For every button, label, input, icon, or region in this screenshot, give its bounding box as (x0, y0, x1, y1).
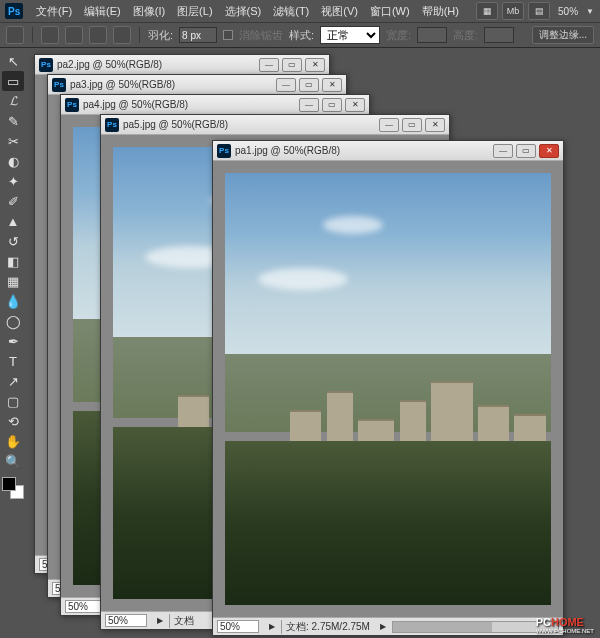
menu-item[interactable]: 图像(I) (127, 2, 171, 21)
pen-tool[interactable]: ✒ (2, 331, 24, 351)
top-right-controls: ▦ Mb ▤ 50% ▼ (476, 2, 594, 20)
doc-icon: Ps (39, 58, 53, 72)
lasso-tool[interactable]: 𝓛 (2, 91, 24, 111)
feather-label: 羽化: (148, 28, 173, 43)
document-titlebar[interactable]: Ps pa1.jpg @ 50%(RGB/8) — ▭ ✕ (213, 141, 563, 161)
maximize-button[interactable]: ▭ (322, 98, 342, 112)
path-select-tool[interactable]: ↗ (2, 371, 24, 391)
document-window[interactable]: Ps pa1.jpg @ 50%(RGB/8) — ▭ ✕ (212, 140, 564, 636)
3d-tool[interactable]: ⟲ (2, 411, 24, 431)
arrange-docs-button[interactable]: ▤ (528, 2, 550, 20)
document-title: pa4.jpg @ 50%(RGB/8) (83, 99, 299, 110)
close-button[interactable]: ✕ (322, 78, 342, 92)
minimize-button[interactable]: — (276, 78, 296, 92)
maximize-button[interactable]: ▭ (402, 118, 422, 132)
workspace-switcher-button[interactable]: ▦ (476, 2, 498, 20)
document-title: pa2.jpg @ 50%(RGB/8) (57, 59, 259, 70)
gradient-tool[interactable]: ▦ (2, 271, 24, 291)
height-label: 高度: (453, 28, 478, 43)
shape-tool[interactable]: ▢ (2, 391, 24, 411)
maximize-button[interactable]: ▭ (516, 144, 536, 158)
menu-item[interactable]: 编辑(E) (78, 2, 127, 21)
canvas[interactable] (213, 161, 563, 617)
type-tool[interactable]: T (2, 351, 24, 371)
move-tool[interactable]: ↖ (2, 51, 24, 71)
color-swatches[interactable] (2, 477, 24, 499)
stamp-tool[interactable]: ▲ (2, 211, 24, 231)
menu-item[interactable]: 视图(V) (315, 2, 364, 21)
menu-item[interactable]: 窗口(W) (364, 2, 416, 21)
tool-preset-icon[interactable] (6, 26, 24, 44)
brush-tool[interactable]: ✐ (2, 191, 24, 211)
zoom-menu-icon[interactable]: ▶ (269, 622, 275, 631)
minimize-button[interactable]: — (259, 58, 279, 72)
document-titlebar[interactable]: Ps pa3.jpg @ 50%(RGB/8) — ▭ ✕ (48, 75, 346, 95)
info-menu-icon[interactable]: ▶ (380, 622, 386, 631)
healing-tool[interactable]: ✦ (2, 171, 24, 191)
width-input (417, 27, 447, 43)
zoom-dropdown-icon[interactable]: ▼ (586, 7, 594, 16)
add-selection-icon[interactable] (65, 26, 83, 44)
screen-mode-button[interactable]: Mb (502, 2, 524, 20)
svg-text:Ps: Ps (8, 6, 21, 17)
subtract-selection-icon[interactable] (89, 26, 107, 44)
hand-tool[interactable]: ✋ (2, 431, 24, 451)
zoom-field[interactable]: 50% (105, 614, 147, 627)
h-scrollbar[interactable] (392, 621, 559, 633)
menu-item[interactable]: 选择(S) (219, 2, 268, 21)
close-button[interactable]: ✕ (345, 98, 365, 112)
feather-input[interactable] (179, 27, 217, 43)
minimize-button[interactable]: — (493, 144, 513, 158)
menu-item[interactable]: 帮助(H) (416, 2, 465, 21)
document-title: pa1.jpg @ 50%(RGB/8) (235, 145, 493, 156)
status-bar: 50% ▶ 文档: 2.75M/2.75M ▶ (213, 617, 563, 635)
zoom-field[interactable]: 50% (217, 620, 259, 633)
foreground-color-swatch[interactable] (2, 477, 16, 491)
doc-icon: Ps (52, 78, 66, 92)
eyedropper-tool[interactable]: ◐ (2, 151, 24, 171)
blur-tool[interactable]: 💧 (2, 291, 24, 311)
options-bar: 羽化: 消除锯齿 样式: 正常 宽度: 高度: 调整边缘... (0, 22, 600, 48)
maximize-button[interactable]: ▭ (282, 58, 302, 72)
menu-item[interactable]: 图层(L) (171, 2, 218, 21)
refine-edge-button[interactable]: 调整边缘... (532, 26, 594, 44)
new-selection-icon[interactable] (41, 26, 59, 44)
minimize-button[interactable]: — (379, 118, 399, 132)
style-select[interactable]: 正常 (320, 26, 380, 44)
zoom-menu-icon[interactable]: ▶ (157, 616, 163, 625)
marquee-tool[interactable]: ▭ (2, 71, 24, 91)
workspace: Ps pa2.jpg @ 50%(RGB/8) — ▭ ✕ (28, 48, 600, 638)
anti-alias-checkbox[interactable] (223, 30, 233, 40)
doc-icon: Ps (65, 98, 79, 112)
document-titlebar[interactable]: Ps pa2.jpg @ 50%(RGB/8) — ▭ ✕ (35, 55, 329, 75)
intersect-selection-icon[interactable] (113, 26, 131, 44)
document-title: pa5.jpg @ 50%(RGB/8) (123, 119, 379, 130)
toolbox: ↖▭𝓛✎✂◐✦✐▲↺◧▦💧◯✒T↗▢⟲✋🔍 (0, 48, 28, 502)
height-input (484, 27, 514, 43)
history-brush-tool[interactable]: ↺ (2, 231, 24, 251)
dodge-tool[interactable]: ◯ (2, 311, 24, 331)
zoom-tool[interactable]: 🔍 (2, 451, 24, 471)
document-titlebar[interactable]: Ps pa4.jpg @ 50%(RGB/8) — ▭ ✕ (61, 95, 369, 115)
minimize-button[interactable]: — (299, 98, 319, 112)
anti-alias-label: 消除锯齿 (239, 28, 283, 43)
watermark: PCHOME WWW.PCHOME.NET (536, 616, 594, 634)
menu-item[interactable]: 文件(F) (30, 2, 78, 21)
doc-icon: Ps (217, 144, 231, 158)
close-button[interactable]: ✕ (305, 58, 325, 72)
doc-info[interactable]: 文档 (169, 614, 194, 628)
document-titlebar[interactable]: Ps pa5.jpg @ 50%(RGB/8) — ▭ ✕ (101, 115, 449, 135)
doc-info[interactable]: 文档: 2.75M/2.75M (281, 620, 370, 634)
document-title: pa3.jpg @ 50%(RGB/8) (70, 79, 276, 90)
style-label: 样式: (289, 28, 314, 43)
menu-item[interactable]: 滤镜(T) (267, 2, 315, 21)
close-button[interactable]: ✕ (425, 118, 445, 132)
quick-select-tool[interactable]: ✎ (2, 111, 24, 131)
maximize-button[interactable]: ▭ (299, 78, 319, 92)
eraser-tool[interactable]: ◧ (2, 251, 24, 271)
doc-icon: Ps (105, 118, 119, 132)
crop-tool[interactable]: ✂ (2, 131, 24, 151)
zoom-display[interactable]: 50% (558, 6, 578, 17)
close-button[interactable]: ✕ (539, 144, 559, 158)
image-content (225, 173, 551, 605)
